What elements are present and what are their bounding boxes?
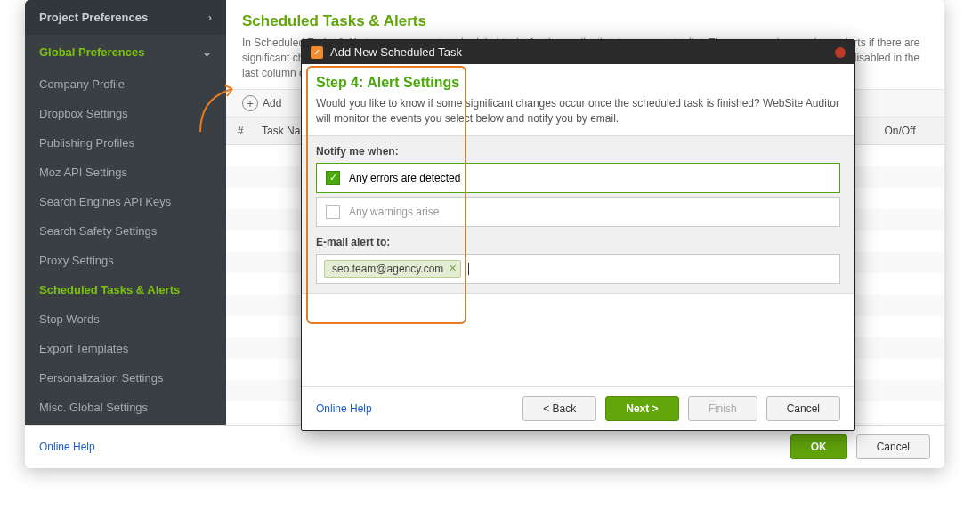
modal-body: Step 4: Alert Settings Would you like to… (302, 64, 854, 386)
step-title: Step 4: Alert Settings (316, 75, 840, 96)
remove-chip-icon[interactable]: ✕ (449, 263, 457, 274)
next-button[interactable]: Next > (605, 396, 678, 421)
text-cursor (468, 263, 469, 275)
plus-icon: + (242, 95, 258, 111)
checkbox-errors-row[interactable]: ✓ Any errors are detected (316, 163, 840, 193)
cancel-button[interactable]: Cancel (856, 434, 930, 459)
col-num: # (226, 118, 255, 144)
sidebar-item-export-templates[interactable]: Export Templates (25, 334, 226, 363)
sidebar-section-label: Global Preferences (39, 45, 145, 59)
add-label: Add (263, 97, 281, 110)
email-input[interactable]: seo.team@agency.com ✕ (316, 254, 840, 284)
chevron-down-icon: ⌄ (202, 45, 212, 59)
checkbox-errors[interactable]: ✓ (326, 171, 340, 185)
email-chip-text: seo.team@agency.com (332, 263, 443, 275)
sidebar-item-stop-words[interactable]: Stop Words (25, 304, 226, 334)
modal-help-link[interactable]: Online Help (316, 402, 372, 415)
sidebar-section-global[interactable]: Global Preferences ⌄ (25, 35, 226, 69)
sidebar-item-safety[interactable]: Search Safety Settings (25, 216, 226, 246)
add-button[interactable]: + Add (242, 95, 281, 111)
sidebar-item-personalization[interactable]: Personalization Settings (25, 363, 226, 393)
sidebar-item-proxy[interactable]: Proxy Settings (25, 246, 226, 275)
sidebar-item-publishing[interactable]: Publishing Profiles (25, 128, 226, 158)
back-button[interactable]: < Back (522, 396, 596, 421)
step-description: Would you like to know if some significa… (316, 96, 840, 135)
sidebar-item-moz-api[interactable]: Moz API Settings (25, 158, 226, 187)
checkbox-warnings[interactable] (326, 205, 340, 219)
modal-title: Add New Scheduled Task (330, 45, 462, 59)
ok-button[interactable]: OK (790, 434, 847, 459)
page-title: Scheduled Tasks & Alerts (226, 0, 944, 36)
checkbox-warnings-row[interactable]: Any warnings arise (316, 197, 840, 227)
sidebar-item-company-profile[interactable]: Company Profile (25, 69, 226, 99)
notify-label: Notify me when: (316, 145, 840, 163)
email-chip[interactable]: seo.team@agency.com ✕ (324, 260, 461, 278)
checkbox-warnings-label: Any warnings arise (349, 206, 439, 218)
sidebar-section-label: Project Preferences (39, 11, 148, 24)
task-icon: ✓ (311, 46, 323, 59)
sidebar-section-project[interactable]: Project Preferences › (25, 0, 226, 35)
sidebar: Project Preferences › Global Preferences… (25, 0, 226, 425)
modal-cancel-button[interactable]: Cancel (766, 396, 840, 421)
col-onoff: On/Off (855, 118, 944, 144)
finish-button: Finish (688, 396, 757, 421)
window-footer: Online Help OK Cancel (25, 425, 944, 468)
sidebar-item-dropbox[interactable]: Dropbox Settings (25, 99, 226, 128)
online-help-link[interactable]: Online Help (39, 441, 95, 453)
modal-titlebar[interactable]: ✓ Add New Scheduled Task (302, 40, 854, 64)
sidebar-item-scheduled-tasks[interactable]: Scheduled Tasks & Alerts (25, 275, 226, 304)
checkbox-errors-label: Any errors are detected (349, 172, 460, 184)
email-label: E-mail alert to: (316, 236, 840, 254)
modal-footer: Online Help < Back Next > Finish Cancel (302, 386, 854, 430)
chevron-right-icon: › (208, 11, 212, 24)
sidebar-item-misc[interactable]: Misc. Global Settings (25, 393, 226, 422)
sidebar-item-se-api-keys[interactable]: Search Engines API Keys (25, 187, 226, 216)
close-icon[interactable] (835, 47, 846, 58)
add-task-modal: ✓ Add New Scheduled Task Step 4: Alert S… (301, 39, 855, 431)
